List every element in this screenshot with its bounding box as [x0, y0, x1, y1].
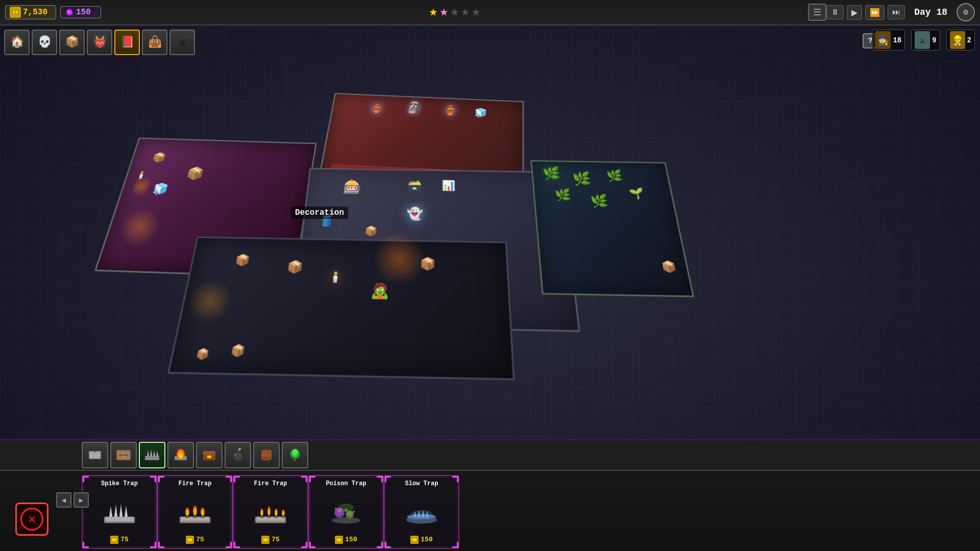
svg-rect-48: [112, 538, 117, 541]
fire-trap-2-name: Fire Trap: [254, 480, 287, 487]
fire-trap-1-cost: 75: [186, 536, 204, 544]
svg-rect-77: [257, 520, 284, 521]
poison-trap-cost-value: 150: [345, 536, 357, 543]
cat-spike[interactable]: [139, 442, 165, 468]
toolbar-skull[interactable]: 💀: [32, 30, 57, 55]
toolbar-chest[interactable]: 📦: [59, 30, 85, 55]
svg-point-25: [209, 456, 210, 458]
spike-trap-sprite: [99, 493, 140, 529]
settings-button[interactable]: ⚙: [957, 3, 975, 21]
right-hud: ⏸ ▶ ⏩ ⏭ Day 18 ⚙: [826, 3, 975, 21]
svg-point-52: [192, 516, 198, 518]
cancel-button[interactable]: ✕: [15, 503, 48, 536]
poison-cost-icon: [335, 536, 343, 544]
svg-rect-46: [106, 520, 133, 521]
toolbar-hero[interactable]: ⚔️: [169, 30, 195, 55]
svg-marker-15: [150, 449, 152, 456]
svg-point-33: [261, 458, 272, 461]
slow-trap-sprite: [401, 493, 442, 529]
fire-trap-1-cost-value: 75: [196, 536, 204, 543]
svg-marker-17: [156, 450, 158, 456]
svg-rect-100: [412, 538, 417, 541]
scroll-right-button[interactable]: ▶: [74, 492, 89, 508]
svg-point-53: [200, 516, 205, 518]
char-wizard: 🧙 18: [872, 30, 905, 51]
day-display: Day 18: [914, 7, 947, 17]
bottom-bar: Spike Trap: [0, 439, 980, 551]
fire-2-cost-icon: [261, 536, 270, 544]
top-icon-bar: 🏠 💀 📦 👹 📕 👜 ⚔️: [4, 28, 195, 56]
svg-point-4: [67, 10, 72, 15]
item-fire-trap-2[interactable]: Fire Trap: [233, 475, 308, 549]
svg-point-66: [267, 516, 271, 518]
scroll-left-button[interactable]: ◀: [56, 492, 71, 508]
star-1: ★: [429, 5, 437, 19]
svg-rect-79: [263, 538, 268, 541]
svg-point-67: [274, 516, 278, 518]
gem-display: 150: [60, 6, 101, 18]
fire-trap-2-cost: 75: [261, 536, 280, 544]
time-controls: ⏸ ▶ ⏩ ⏭: [826, 5, 905, 20]
gold-display: $ 7,530: [5, 5, 56, 19]
fast-forward-button[interactable]: ⏩: [865, 5, 885, 20]
worker-icon: 👷: [950, 31, 965, 49]
spike-cost-icon: [110, 536, 118, 544]
star-rating: ★ ★ ★ ★ ★: [429, 5, 480, 19]
dungeon-scene: 🏺 🗿 🏺 🧊 🪆 🎁 💎 📦 📦 📦 🧊 🕯️ 🎰: [0, 79, 747, 422]
item-poison-trap[interactable]: Poison Trap: [308, 475, 384, 549]
svg-rect-13: [145, 456, 159, 460]
slow-trap-cost: 150: [410, 536, 432, 544]
cat-bomb[interactable]: [225, 442, 251, 468]
svg-point-27: [234, 452, 242, 460]
gem-amount: 150: [76, 8, 91, 17]
wizard-count: 18: [893, 36, 901, 44]
cat-fire[interactable]: [167, 442, 194, 468]
star-5: ★: [472, 5, 480, 19]
svg-rect-8: [94, 451, 96, 453]
svg-point-55: [186, 510, 189, 516]
cat-chest[interactable]: [196, 442, 223, 468]
menu-button[interactable]: ☰: [808, 4, 826, 21]
toolbar-book[interactable]: 📕: [114, 30, 140, 55]
top-hud: $ 7,530 150 ★ ★ ★ ★ ★ ☰ ⏸ ▶ ⏩ ⏭: [0, 0, 980, 26]
fire-trap-2-cost-value: 75: [272, 536, 280, 543]
pause-button[interactable]: ⏸: [826, 5, 844, 19]
star-3: ★: [450, 5, 459, 19]
poison-trap-sprite: [326, 493, 366, 529]
slow-trap-name: Slow Trap: [405, 480, 438, 487]
poison-trap-name: Poison Trap: [326, 480, 366, 487]
toolbar-bag[interactable]: 👜: [142, 30, 167, 55]
cat-arrow[interactable]: [110, 442, 137, 468]
play-button[interactable]: ▶: [847, 5, 862, 20]
svg-point-98: [410, 510, 433, 518]
item-slow-trap[interactable]: Slow Trap: [384, 475, 459, 549]
svg-point-51: [185, 516, 190, 518]
fire-1-cost-icon: [186, 536, 194, 544]
skip-button[interactable]: ⏭: [888, 5, 905, 19]
svg-point-30: [234, 454, 236, 456]
svg-rect-7: [90, 452, 100, 458]
item-spike-trap[interactable]: Spike Trap: [82, 475, 157, 549]
fire-trap-1-sprite: [175, 493, 215, 529]
cat-plant[interactable]: [282, 442, 308, 468]
toolbar-minion[interactable]: 👹: [87, 30, 112, 55]
svg-marker-43: [114, 505, 117, 517]
svg-point-88: [335, 508, 337, 510]
svg-point-21: [179, 454, 182, 458]
cat-basic[interactable]: [82, 442, 108, 468]
item-fire-trap-1[interactable]: Fire Trap: [157, 475, 233, 549]
svg-marker-16: [153, 450, 155, 456]
svg-rect-60: [181, 520, 209, 521]
poison-trap-cost: 150: [335, 536, 357, 544]
svg-point-80: [332, 517, 360, 523]
svg-rect-62: [187, 538, 192, 541]
room-garden: 🌿 🌿 🌿 🌿 🌿 🌱 📦: [530, 160, 694, 297]
fighter-icon: ⚔️: [915, 31, 930, 49]
toolbar-dungeon[interactable]: 🏠: [4, 30, 30, 55]
star-2: ★: [439, 5, 448, 19]
svg-point-39: [292, 449, 298, 455]
svg-point-76: [282, 512, 284, 516]
cat-barrel[interactable]: [253, 442, 280, 468]
cancel-x-icon: ✕: [20, 508, 43, 531]
fighter-count: 9: [932, 36, 936, 44]
